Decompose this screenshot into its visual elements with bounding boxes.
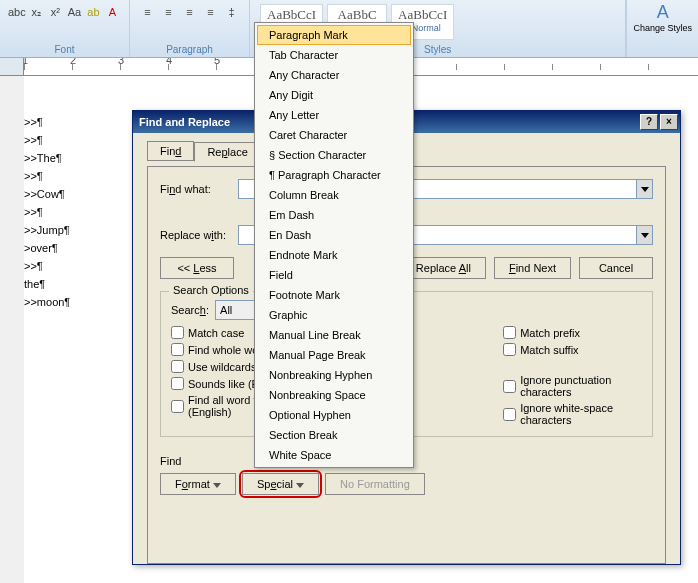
style-preview: AaBbC — [334, 7, 380, 23]
special-menu-item[interactable]: Column Break — [257, 185, 411, 205]
change-styles-button[interactable]: A Change Styles — [626, 0, 698, 57]
special-menu-item[interactable]: En Dash — [257, 225, 411, 245]
checkbox[interactable] — [171, 377, 184, 390]
special-menu-item[interactable]: ¶ Paragraph Character — [257, 165, 411, 185]
search-option-checkbox[interactable]: Match prefix — [503, 326, 642, 339]
subscript-button[interactable]: x₂ — [28, 2, 45, 22]
special-menu-item[interactable]: Any Letter — [257, 105, 411, 125]
checkbox[interactable] — [171, 360, 184, 373]
search-option-checkbox[interactable]: Match suffix — [503, 343, 642, 356]
highlight-button[interactable]: ab — [85, 2, 102, 22]
chevron-down-icon — [641, 187, 649, 192]
special-menu-item[interactable]: Nonbreaking Hyphen — [257, 365, 411, 385]
align-center-button[interactable]: ≡ — [159, 2, 178, 22]
left-gutter — [0, 76, 24, 583]
special-menu-item[interactable]: Tab Character — [257, 45, 411, 65]
tab-replace[interactable]: Replace — [194, 142, 260, 162]
special-menu-item[interactable]: Em Dash — [257, 205, 411, 225]
special-menu-item[interactable]: Optional Hyphen — [257, 405, 411, 425]
special-menu-item[interactable]: Endnote Mark — [257, 245, 411, 265]
format-button[interactable]: Format — [160, 473, 236, 495]
search-option-checkbox[interactable]: Ignore punctuation characters — [503, 374, 642, 398]
special-characters-menu: Paragraph MarkTab CharacterAny Character… — [254, 22, 414, 468]
checkbox-label: Ignore punctuation characters — [520, 374, 642, 398]
special-button[interactable]: Special — [242, 473, 319, 495]
checkbox-label: Match prefix — [520, 327, 580, 339]
special-menu-item[interactable]: Paragraph Mark — [257, 25, 411, 45]
checkbox[interactable] — [503, 380, 516, 393]
find-next-button[interactable]: Find Next — [494, 257, 571, 279]
special-menu-item[interactable]: Footnote Mark — [257, 285, 411, 305]
less-button[interactable]: << Less — [160, 257, 234, 279]
find-what-label: Find what: — [160, 183, 238, 195]
close-button[interactable]: × — [660, 114, 678, 130]
checkbox[interactable] — [503, 408, 516, 421]
special-menu-item[interactable]: Any Digit — [257, 85, 411, 105]
search-option-checkbox[interactable]: Ignore white-space characters — [503, 402, 642, 426]
change-case-button[interactable]: Aa — [66, 2, 83, 22]
special-menu-item[interactable]: Graphic — [257, 305, 411, 325]
chevron-down-icon — [641, 233, 649, 238]
superscript-button[interactable]: x² — [47, 2, 64, 22]
special-menu-item[interactable]: Manual Line Break — [257, 325, 411, 345]
replace-with-dropdown[interactable] — [637, 225, 653, 245]
checkbox-label: Ignore white-space characters — [520, 402, 642, 426]
align-right-button[interactable]: ≡ — [180, 2, 199, 22]
dialog-title: Find and Replace — [139, 116, 230, 128]
strikethrough-button[interactable]: abc — [8, 2, 26, 22]
checkbox-label: Match suffix — [520, 344, 579, 356]
checkbox[interactable] — [171, 326, 184, 339]
checkbox[interactable] — [171, 400, 184, 413]
find-what-dropdown[interactable] — [637, 179, 653, 199]
special-menu-item[interactable]: Caret Character — [257, 125, 411, 145]
style-preview: AaBbCcI — [398, 7, 447, 23]
special-menu-item[interactable]: Manual Page Break — [257, 345, 411, 365]
change-styles-label: Change Styles — [633, 23, 692, 33]
special-menu-item[interactable]: Any Character — [257, 65, 411, 85]
align-left-button[interactable]: ≡ — [138, 2, 157, 22]
search-options-legend: Search Options — [169, 284, 253, 296]
style-preview: AaBbCcI — [267, 7, 316, 23]
special-menu-item[interactable]: Nonbreaking Space — [257, 385, 411, 405]
help-button[interactable]: ? — [640, 114, 658, 130]
search-direction-label: Search: — [171, 304, 215, 316]
checkbox[interactable] — [171, 343, 184, 356]
replace-with-label: Replace with: — [160, 229, 238, 241]
tab-find[interactable]: Find — [147, 141, 194, 161]
checkbox[interactable] — [503, 343, 516, 356]
line-spacing-button[interactable]: ‡ — [222, 2, 241, 22]
checkbox-label: Match case — [188, 327, 244, 339]
paragraph-group-label: Paragraph — [138, 42, 241, 57]
checkbox[interactable] — [503, 326, 516, 339]
cancel-button[interactable]: Cancel — [579, 257, 653, 279]
font-color-button[interactable]: A — [104, 2, 121, 22]
justify-button[interactable]: ≡ — [201, 2, 220, 22]
special-menu-item[interactable]: § Section Character — [257, 145, 411, 165]
special-menu-item[interactable]: White Space — [257, 445, 411, 465]
special-menu-item[interactable]: Section Break — [257, 425, 411, 445]
font-group-label: Font — [8, 42, 121, 57]
no-formatting-button[interactable]: No Formatting — [325, 473, 425, 495]
checkbox-label: Use wildcards — [188, 361, 256, 373]
special-menu-item[interactable]: Field — [257, 265, 411, 285]
change-styles-icon: A — [657, 2, 669, 23]
